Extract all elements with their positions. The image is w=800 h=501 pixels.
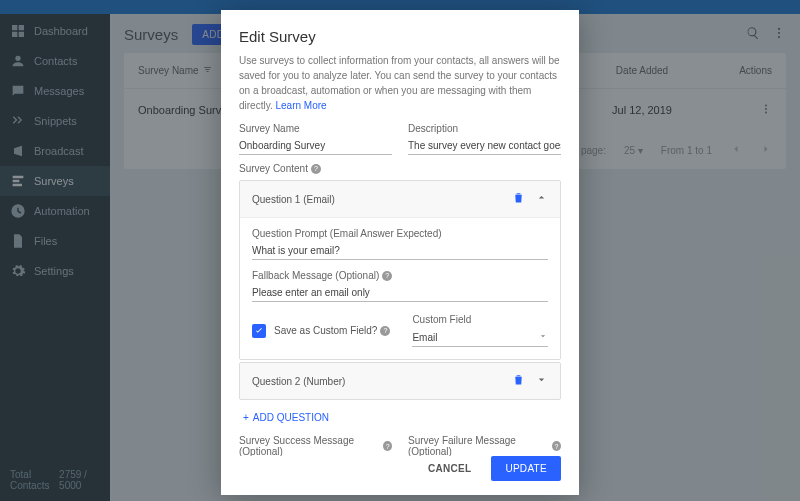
save-custom-checkbox[interactable] xyxy=(252,324,266,338)
help-icon[interactable]: ? xyxy=(311,164,321,174)
survey-content-label: Survey Content ? xyxy=(239,163,561,174)
add-question-button[interactable]: + ADD QUESTION xyxy=(239,402,561,435)
modal-actions: CANCEL UPDATE xyxy=(221,456,579,495)
edit-survey-modal: Edit Survey Use surveys to collect infor… xyxy=(221,10,579,495)
survey-name-field: Survey Name xyxy=(239,123,392,155)
help-icon[interactable]: ? xyxy=(383,441,392,451)
modal-description: Use surveys to collect information from … xyxy=(239,53,561,113)
survey-name-input[interactable] xyxy=(239,137,392,155)
question-panel-1: Question 1 (Email) Question Prompt (Emai… xyxy=(239,180,561,360)
description-input[interactable] xyxy=(408,137,561,155)
modal-backdrop[interactable]: Edit Survey Use surveys to collect infor… xyxy=(0,0,800,501)
question-body-1: Question Prompt (Email Answer Expected) … xyxy=(240,217,560,359)
chevron-up-icon[interactable] xyxy=(535,191,548,207)
question-title: Question 2 (Number) xyxy=(252,376,345,387)
question-title: Question 1 (Email) xyxy=(252,194,335,205)
custom-field-label: Custom Field xyxy=(412,314,548,325)
success-field: Survey Success Message (Optional) ? xyxy=(239,435,392,456)
caret-down-icon xyxy=(538,331,548,343)
custom-field-select[interactable]: Email xyxy=(412,328,548,347)
field-label: Description xyxy=(408,123,561,134)
failure-label: Survey Failure Message (Optional) ? xyxy=(408,435,561,456)
help-icon[interactable]: ? xyxy=(380,326,390,336)
delete-icon[interactable] xyxy=(512,373,525,389)
update-button[interactable]: UPDATE xyxy=(491,456,561,481)
learn-more-link[interactable]: Learn More xyxy=(276,100,327,111)
chevron-down-icon[interactable] xyxy=(535,373,548,389)
question-header-2[interactable]: Question 2 (Number) xyxy=(240,363,560,399)
question-panel-2: Question 2 (Number) xyxy=(239,362,561,400)
fallback-input[interactable] xyxy=(252,284,548,302)
save-custom-label: Save as Custom Field? ? xyxy=(274,325,390,336)
failure-field: Survey Failure Message (Optional) ? xyxy=(408,435,561,456)
cancel-button[interactable]: CANCEL xyxy=(416,456,483,481)
prompt-label: Question Prompt (Email Answer Expected) xyxy=(252,228,548,239)
field-label: Survey Name xyxy=(239,123,392,134)
success-label: Survey Success Message (Optional) ? xyxy=(239,435,392,456)
plus-icon: + xyxy=(243,412,249,423)
help-icon[interactable]: ? xyxy=(552,441,561,451)
question-header-1[interactable]: Question 1 (Email) xyxy=(240,181,560,217)
description-field: Description xyxy=(408,123,561,155)
modal-title: Edit Survey xyxy=(239,28,561,45)
prompt-input[interactable] xyxy=(252,242,548,260)
help-icon[interactable]: ? xyxy=(382,271,392,281)
fallback-label: Fallback Message (Optional) ? xyxy=(252,270,548,281)
delete-icon[interactable] xyxy=(512,191,525,207)
